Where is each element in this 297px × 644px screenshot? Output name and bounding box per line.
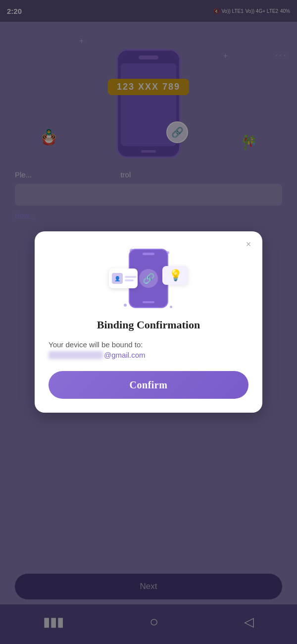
modal-title: Binding Confirmation [97, 319, 200, 331]
person-icon: 👤 [112, 273, 123, 284]
modal-overlay: × 🔗 👤 💡 [0, 0, 297, 644]
bulb-icon: 💡 [169, 269, 182, 282]
deco-dot-4 [170, 306, 172, 308]
modal-description: Your device will be bound to: [49, 340, 248, 349]
modal-illustration: 🔗 👤 💡 + + [109, 246, 188, 311]
deco-dot-3 [124, 304, 127, 307]
float-lines [125, 276, 137, 281]
modal-phone-notch [143, 253, 154, 255]
float-card-bulb: 💡 [162, 266, 188, 285]
modal-phone-link-icon: 🔗 [139, 269, 158, 288]
email-domain: @gmail.com [104, 351, 146, 359]
binding-confirmation-modal: × 🔗 👤 💡 [35, 231, 262, 413]
email-blur-part [49, 351, 103, 359]
modal-close-button[interactable]: × [243, 238, 254, 250]
float-line-1 [125, 276, 137, 278]
float-line-2 [125, 279, 134, 281]
float-card-person: 👤 [109, 268, 138, 288]
modal-email-row: @gmail.com [49, 351, 248, 359]
confirm-button[interactable]: Confirm [49, 371, 248, 399]
modal-phone-bar [143, 301, 154, 303]
